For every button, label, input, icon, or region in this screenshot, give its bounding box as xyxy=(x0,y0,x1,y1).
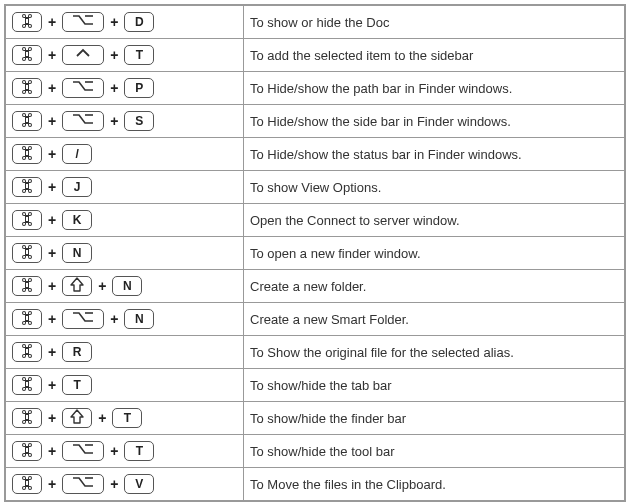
option-key-icon xyxy=(62,309,104,329)
command-key-icon xyxy=(12,243,42,263)
shortcut-description: To show/hide the finder bar xyxy=(244,402,626,435)
plus-separator: + xyxy=(110,14,118,30)
shortcut-keys: +R xyxy=(5,336,244,369)
table-row: +KOpen the Connect to server window. xyxy=(5,204,625,237)
table-row: ++TTo show/hide the finder bar xyxy=(5,402,625,435)
shortcut-keys: +N xyxy=(5,237,244,270)
table-row: +/To Hide/show the status bar in Finder … xyxy=(5,138,625,171)
command-key-icon xyxy=(12,441,42,461)
plus-separator: + xyxy=(48,212,56,228)
key-p: P xyxy=(124,78,154,98)
key-t: T xyxy=(124,441,154,461)
shortcut-keys: ++D xyxy=(5,5,244,39)
table-row: ++TTo show/hide the tool bar xyxy=(5,435,625,468)
plus-separator: + xyxy=(48,14,56,30)
shortcut-description: Open the Connect to server window. xyxy=(244,204,626,237)
table-row: ++TTo add the selected item to the sideb… xyxy=(5,39,625,72)
command-key-icon xyxy=(12,45,42,65)
command-key-icon xyxy=(12,12,42,32)
shortcut-description: To Move the files in the Clipboard. xyxy=(244,468,626,502)
plus-separator: + xyxy=(48,146,56,162)
shift-key-icon xyxy=(62,276,92,296)
shortcut-keys: ++P xyxy=(5,72,244,105)
table-row: ++VTo Move the files in the Clipboard. xyxy=(5,468,625,502)
shortcut-description: To show/hide the tab bar xyxy=(244,369,626,402)
command-key-icon xyxy=(12,276,42,296)
shortcut-keys: ++N xyxy=(5,303,244,336)
shortcut-description: To Hide/show the status bar in Finder wi… xyxy=(244,138,626,171)
key-/: / xyxy=(62,144,92,164)
shortcut-description: Create a new Smart Folder. xyxy=(244,303,626,336)
table-row: +JTo show View Options. xyxy=(5,171,625,204)
shortcut-description: To add the selected item to the sidebar xyxy=(244,39,626,72)
key-r: R xyxy=(62,342,92,362)
shift-key-icon xyxy=(62,408,92,428)
table-row: ++STo Hide/show the side bar in Finder w… xyxy=(5,105,625,138)
table-row: ++DTo show or hide the Doc xyxy=(5,5,625,39)
plus-separator: + xyxy=(48,80,56,96)
command-key-icon xyxy=(12,144,42,164)
shortcut-keys: +/ xyxy=(5,138,244,171)
key-k: K xyxy=(62,210,92,230)
table-row: ++NCreate a new folder. xyxy=(5,270,625,303)
plus-separator: + xyxy=(48,311,56,327)
key-t: T xyxy=(62,375,92,395)
shortcut-description: To open a new finder window. xyxy=(244,237,626,270)
shortcut-keys: +J xyxy=(5,171,244,204)
command-key-icon xyxy=(12,210,42,230)
table-row: +NTo open a new finder window. xyxy=(5,237,625,270)
plus-separator: + xyxy=(48,377,56,393)
plus-separator: + xyxy=(98,278,106,294)
plus-separator: + xyxy=(48,245,56,261)
plus-separator: + xyxy=(110,311,118,327)
plus-separator: + xyxy=(110,476,118,492)
option-key-icon xyxy=(62,474,104,494)
plus-separator: + xyxy=(110,113,118,129)
plus-separator: + xyxy=(48,278,56,294)
shortcut-keys: ++S xyxy=(5,105,244,138)
plus-separator: + xyxy=(110,47,118,63)
shortcut-keys: ++T xyxy=(5,402,244,435)
shortcut-keys: ++V xyxy=(5,468,244,502)
command-key-icon xyxy=(12,78,42,98)
shortcut-description: To show or hide the Doc xyxy=(244,5,626,39)
shortcut-keys: ++N xyxy=(5,270,244,303)
key-j: J xyxy=(62,177,92,197)
shortcut-description: To Hide/show the path bar in Finder wind… xyxy=(244,72,626,105)
option-key-icon xyxy=(62,12,104,32)
table-row: +TTo show/hide the tab bar xyxy=(5,369,625,402)
shortcut-description: Create a new folder. xyxy=(244,270,626,303)
shortcut-description: To show/hide the tool bar xyxy=(244,435,626,468)
key-n: N xyxy=(62,243,92,263)
command-key-icon xyxy=(12,111,42,131)
shortcut-keys: +K xyxy=(5,204,244,237)
plus-separator: + xyxy=(110,80,118,96)
key-t: T xyxy=(112,408,142,428)
plus-separator: + xyxy=(48,443,56,459)
plus-separator: + xyxy=(48,410,56,426)
control-key-icon xyxy=(62,45,104,65)
shortcut-description: To show View Options. xyxy=(244,171,626,204)
plus-separator: + xyxy=(110,443,118,459)
plus-separator: + xyxy=(48,344,56,360)
shortcuts-table: ++DTo show or hide the Doc++TTo add the … xyxy=(4,4,626,502)
shortcut-description: To Hide/show the side bar in Finder wind… xyxy=(244,105,626,138)
command-key-icon xyxy=(12,375,42,395)
key-t: T xyxy=(124,45,154,65)
option-key-icon xyxy=(62,441,104,461)
shortcut-description: To Show the original file for the select… xyxy=(244,336,626,369)
plus-separator: + xyxy=(48,476,56,492)
key-n: N xyxy=(112,276,142,296)
key-n: N xyxy=(124,309,154,329)
plus-separator: + xyxy=(48,179,56,195)
shortcut-keys: ++T xyxy=(5,39,244,72)
command-key-icon xyxy=(12,309,42,329)
shortcut-keys: +T xyxy=(5,369,244,402)
shortcut-keys: ++T xyxy=(5,435,244,468)
key-v: V xyxy=(124,474,154,494)
plus-separator: + xyxy=(48,113,56,129)
command-key-icon xyxy=(12,474,42,494)
key-s: S xyxy=(124,111,154,131)
plus-separator: + xyxy=(48,47,56,63)
option-key-icon xyxy=(62,111,104,131)
